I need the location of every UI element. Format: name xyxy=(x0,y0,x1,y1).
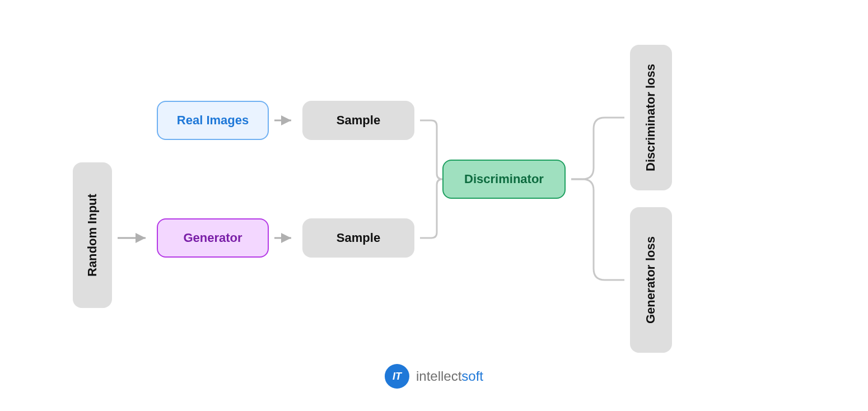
logo-suffix: soft xyxy=(461,368,483,384)
logo-text: intellectsoft xyxy=(416,368,483,384)
disc-loss-line1: Discriminator xyxy=(643,92,658,171)
node-sample-bottom: Sample xyxy=(302,218,414,258)
node-sample-top: Sample xyxy=(302,101,414,140)
node-discriminator: Discriminator xyxy=(442,160,566,199)
node-discriminator-loss: Discriminator loss xyxy=(630,45,672,190)
arrow-generator-to-sample xyxy=(272,230,300,246)
node-generator: Generator xyxy=(157,218,269,258)
split-discriminator-to-losses xyxy=(568,109,630,288)
gen-loss-line1: Generator xyxy=(643,265,658,324)
merge-samples-to-discriminator xyxy=(417,112,445,246)
logo-badge-icon: IT xyxy=(385,364,409,389)
gen-loss-line2: loss xyxy=(643,236,658,261)
footer-logo: IT intellectsoft xyxy=(385,364,483,389)
node-generator-loss: Generator loss xyxy=(630,207,672,353)
arrow-random-to-generator xyxy=(115,230,154,246)
logo-badge-text: IT xyxy=(393,371,402,382)
node-random-input: Random Input xyxy=(73,162,112,308)
logo-prefix: intellect xyxy=(416,368,461,384)
arrow-realimages-to-sample xyxy=(272,112,300,129)
disc-loss-line2: loss xyxy=(643,64,658,88)
node-real-images: Real Images xyxy=(157,101,269,140)
